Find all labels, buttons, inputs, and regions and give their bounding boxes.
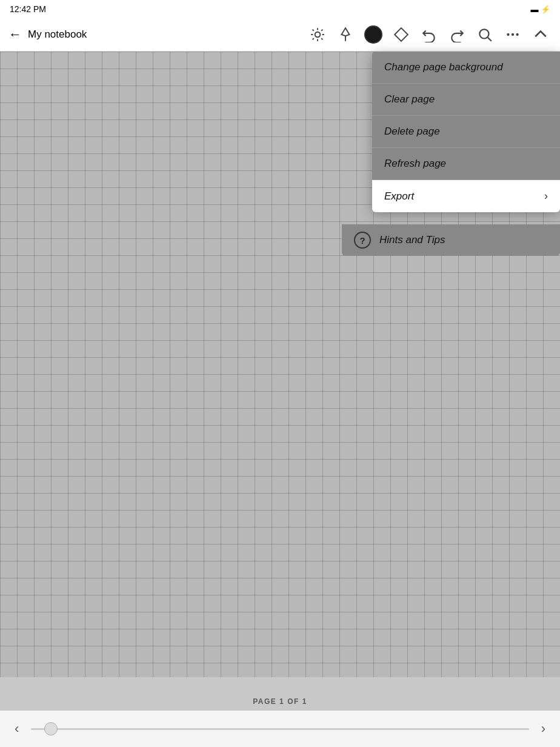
svg-line-12 bbox=[488, 38, 492, 41]
menu-item-refresh-page[interactable]: Refresh page bbox=[372, 148, 560, 180]
bottom-bar: PAGE 1 OF 1 bbox=[0, 692, 560, 711]
hints-and-tips-row[interactable]: ? Hints and Tips bbox=[342, 224, 560, 256]
svg-point-13 bbox=[507, 33, 509, 36]
svg-line-6 bbox=[321, 38, 322, 39]
notebook-title: My notebook bbox=[28, 28, 87, 41]
back-arrow-icon: ← bbox=[8, 27, 22, 42]
dropdown-menu: Change page background Clear page Delete… bbox=[372, 52, 560, 212]
undo-icon bbox=[421, 27, 437, 42]
page-slider[interactable] bbox=[31, 728, 528, 730]
more-options-button[interactable] bbox=[499, 21, 526, 48]
page-slider-thumb[interactable] bbox=[44, 722, 58, 735]
toolbar-right bbox=[304, 21, 554, 48]
brightness-button[interactable] bbox=[304, 21, 331, 48]
menu-item-change-bg-label: Change page background bbox=[384, 61, 548, 73]
menu-item-change-bg[interactable]: Change page background bbox=[372, 52, 560, 84]
collapse-button[interactable] bbox=[527, 21, 554, 48]
redo-icon bbox=[449, 27, 465, 42]
toolbar-left: ← My notebook bbox=[6, 24, 302, 45]
toolbar: ← My notebook bbox=[0, 18, 560, 52]
back-button[interactable]: ← bbox=[6, 24, 24, 45]
menu-item-export[interactable]: Export › bbox=[372, 180, 560, 212]
menu-item-delete-page-label: Delete page bbox=[384, 126, 548, 138]
search-button[interactable] bbox=[472, 21, 498, 48]
eraser-icon bbox=[393, 27, 409, 42]
hints-and-tips-label: Hints and Tips bbox=[379, 234, 445, 246]
svg-point-14 bbox=[512, 33, 514, 36]
menu-item-clear-page-label: Clear page bbox=[384, 93, 548, 106]
svg-marker-10 bbox=[395, 28, 408, 41]
svg-line-5 bbox=[313, 30, 314, 31]
collapse-icon bbox=[533, 27, 548, 42]
svg-point-11 bbox=[479, 29, 488, 38]
prev-page-button[interactable]: ‹ bbox=[10, 719, 24, 739]
pen-nib-button[interactable] bbox=[332, 21, 359, 48]
svg-point-0 bbox=[315, 32, 321, 38]
export-chevron-icon: › bbox=[544, 190, 548, 203]
eraser-button[interactable] bbox=[388, 21, 415, 48]
svg-line-8 bbox=[321, 30, 322, 31]
svg-line-7 bbox=[313, 38, 314, 39]
search-icon bbox=[477, 27, 493, 42]
status-time: 12:42 PM bbox=[10, 4, 46, 14]
page-indicator: PAGE 1 OF 1 bbox=[253, 697, 307, 706]
navigation-row: ‹ › bbox=[0, 711, 560, 747]
pen-circle-indicator bbox=[364, 25, 382, 44]
next-page-button[interactable]: › bbox=[536, 719, 550, 739]
pen-selector-button[interactable] bbox=[360, 21, 387, 48]
redo-button[interactable] bbox=[444, 21, 470, 48]
menu-item-refresh-page-label: Refresh page bbox=[384, 158, 548, 170]
menu-item-export-label: Export bbox=[384, 190, 544, 203]
brightness-icon bbox=[310, 27, 325, 42]
menu-item-clear-page[interactable]: Clear page bbox=[372, 84, 560, 116]
status-bar: 12:42 PM ▬ ⚡ bbox=[0, 0, 560, 18]
status-icons: ▬ ⚡ bbox=[530, 5, 550, 14]
menu-item-delete-page[interactable]: Delete page bbox=[372, 116, 560, 148]
hints-question-icon: ? bbox=[354, 232, 371, 249]
more-options-icon bbox=[505, 27, 521, 42]
undo-button[interactable] bbox=[416, 21, 442, 48]
battery-icon: ▬ ⚡ bbox=[530, 5, 550, 14]
svg-point-15 bbox=[516, 33, 518, 36]
pen-nib-icon bbox=[338, 27, 353, 42]
